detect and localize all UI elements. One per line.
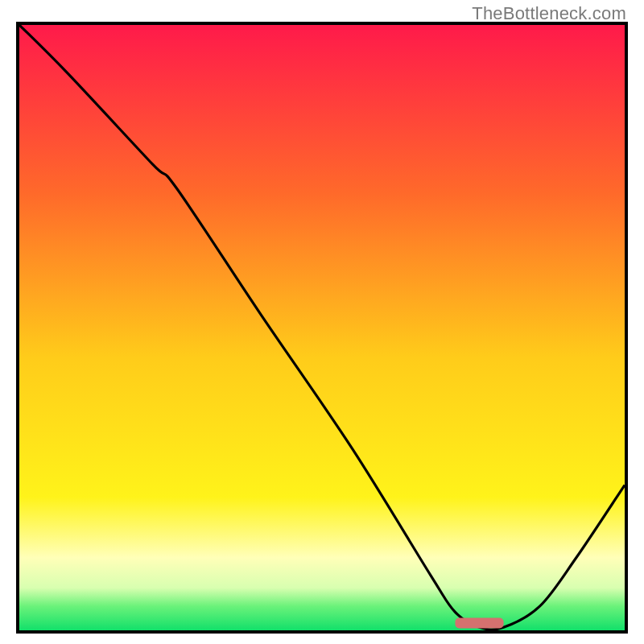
chart-curve: [19, 25, 625, 630]
svg-rect-1: [455, 617, 503, 628]
chart-frame: [16, 22, 628, 634]
